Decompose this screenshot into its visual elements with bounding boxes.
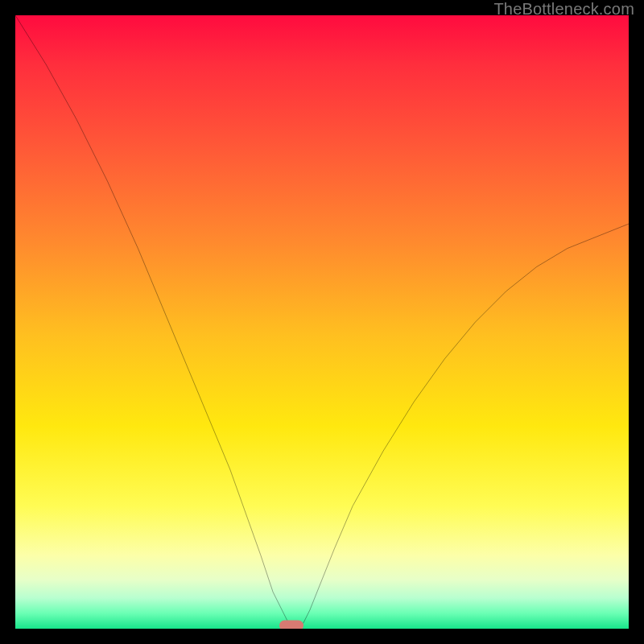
optimum-marker bbox=[279, 621, 303, 630]
curve-path bbox=[15, 15, 629, 629]
plot-area bbox=[15, 15, 629, 629]
chart-container: TheBottleneck.com bbox=[0, 0, 644, 644]
watermark-text: TheBottleneck.com bbox=[493, 0, 634, 19]
bottleneck-curve bbox=[15, 15, 629, 629]
